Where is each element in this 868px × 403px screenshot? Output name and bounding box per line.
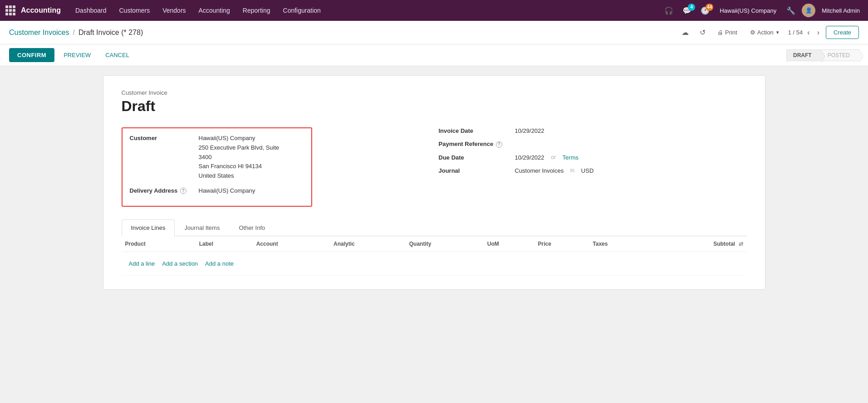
settings-icon[interactable]: 🔧: [784, 6, 798, 15]
invoice-table: Product Label Account Analytic Quantity …: [122, 236, 747, 276]
add-actions-cell: Add a line Add a section Add a note: [122, 252, 747, 276]
prev-record-button[interactable]: ‹: [804, 27, 812, 39]
breadcrumb-separator: /: [73, 29, 75, 37]
add-section-button[interactable]: Add a section: [162, 260, 198, 267]
nav-accounting[interactable]: Accounting: [193, 4, 235, 17]
refresh-icon[interactable]: ↺: [696, 25, 709, 39]
due-date-label: Due Date: [439, 154, 511, 161]
top-navigation: Accounting Dashboard Customers Vendors A…: [0, 0, 868, 21]
tabs-container: Invoice Lines Journal Items Other Info P…: [122, 219, 747, 276]
print-label: Print: [725, 29, 737, 36]
action-label: Action: [757, 29, 774, 36]
col-analytic: Analytic: [330, 236, 406, 252]
app-title[interactable]: Accounting: [21, 6, 61, 15]
due-date-value[interactable]: 10/29/2022: [515, 154, 544, 161]
tab-invoice-lines[interactable]: Invoice Lines: [122, 219, 175, 236]
journal-currency: USD: [581, 167, 593, 174]
due-date-row: Due Date 10/29/2022 or Terms: [439, 154, 747, 161]
invoice-type-label: Customer Invoice: [122, 89, 747, 96]
customer-address-line2: 3400: [199, 153, 280, 162]
main-content: Customer Invoice Draft Customer Hawaii(U…: [0, 66, 868, 401]
page-total: 54: [796, 29, 803, 36]
customer-address-line4: United States: [199, 171, 280, 181]
add-line-row: Add a line Add a section Add a note: [122, 252, 747, 276]
action-bar: CONFIRM PREVIEW CANCEL DRAFT POSTED: [0, 44, 868, 66]
create-button[interactable]: Create: [826, 26, 859, 39]
preview-button[interactable]: PREVIEW: [58, 48, 96, 62]
breadcrumb: Customer Invoices / Draft Invoice (* 278…: [9, 29, 671, 37]
payment-ref-label: Payment Reference ?: [439, 141, 511, 148]
nav-vendors[interactable]: Vendors: [157, 4, 191, 17]
tabs: Invoice Lines Journal Items Other Info: [122, 219, 747, 236]
col-quantity: Quantity: [406, 236, 484, 252]
chat-badge: 4: [688, 4, 695, 11]
app-grid-icon[interactable]: [5, 5, 15, 15]
status-posted: POSTED: [821, 49, 859, 61]
support-icon[interactable]: 🎧: [662, 5, 676, 17]
activity-icon[interactable]: 🕐 44: [698, 5, 712, 17]
next-record-button[interactable]: ›: [814, 27, 822, 39]
activity-badge: 44: [706, 4, 713, 11]
invoice-date-row: Invoice Date 10/29/2022: [439, 127, 747, 134]
col-product: Product: [122, 236, 196, 252]
confirm-button[interactable]: CONFIRM: [9, 48, 54, 62]
add-line-container: Add a line Add a section Add a note: [125, 256, 743, 272]
payment-ref-help-icon[interactable]: ?: [496, 141, 502, 148]
cancel-button[interactable]: CANCEL: [100, 48, 135, 62]
nav-reporting[interactable]: Reporting: [237, 4, 276, 17]
page-current: 1: [788, 29, 791, 36]
gear-icon: ⚙: [750, 29, 755, 36]
add-note-button[interactable]: Add a note: [205, 260, 234, 267]
customer-field-row: Customer Hawaii(US) Company 250 Executiv…: [130, 134, 304, 181]
delivery-value[interactable]: Hawaii(US) Company: [199, 186, 255, 195]
or-text: or: [548, 154, 559, 160]
status-draft: DRAFT: [786, 49, 821, 61]
add-line-button[interactable]: Add a line: [129, 260, 155, 267]
page-navigation: 1 / 54 ‹ ›: [788, 27, 822, 39]
status-bar: DRAFT POSTED: [786, 49, 859, 61]
customer-label: Customer: [130, 134, 193, 141]
table-body: Add a line Add a section Add a note: [122, 252, 747, 276]
journal-label: Journal: [439, 167, 511, 174]
tab-journal-items[interactable]: Journal Items: [175, 219, 229, 236]
delivery-field-row: Delivery Address ? Hawaii(US) Company: [130, 186, 304, 195]
nav-dashboard[interactable]: Dashboard: [70, 4, 112, 17]
invoice-date-value[interactable]: 10/29/2022: [515, 127, 544, 134]
customer-value[interactable]: Hawaii(US) Company 250 Executive Park Bl…: [199, 134, 280, 181]
print-button[interactable]: 🖨 Print: [713, 26, 742, 39]
delivery-help-icon[interactable]: ?: [180, 188, 186, 194]
invoice-status-title: Draft: [122, 98, 747, 115]
journal-value[interactable]: Customer Invoices: [515, 167, 564, 174]
customer-box: Customer Hawaii(US) Company 250 Executiv…: [122, 127, 312, 207]
nav-customers[interactable]: Customers: [114, 4, 156, 17]
action-button[interactable]: ⚙ Action ▼: [745, 26, 785, 39]
cloud-upload-icon[interactable]: ☁: [678, 25, 692, 39]
nav-configuration[interactable]: Configuration: [278, 4, 326, 17]
col-taxes: Taxes: [589, 236, 648, 252]
breadcrumb-parent[interactable]: Customer Invoices: [9, 29, 69, 37]
page-indicator: 1 / 54: [788, 29, 803, 36]
col-subtotal: Subtotal ⇄: [648, 236, 746, 252]
tab-other-info[interactable]: Other Info: [229, 219, 275, 236]
avatar[interactable]: 👤: [802, 4, 815, 17]
table-header: Product Label Account Analytic Quantity …: [122, 236, 747, 252]
user-name[interactable]: Mitchell Admin: [819, 7, 863, 14]
journal-row: Journal Customer Invoices in USD: [439, 167, 747, 174]
chevron-down-icon: ▼: [775, 30, 780, 35]
col-price: Price: [535, 236, 589, 252]
secondary-toolbar: Customer Invoices / Draft Invoice (* 278…: [0, 21, 868, 44]
customer-address-line3: San Francisco HI 94134: [199, 162, 280, 171]
delivery-label: Delivery Address ?: [130, 186, 193, 194]
left-column: Customer Hawaii(US) Company 250 Executiv…: [122, 127, 430, 207]
column-adjust-icon[interactable]: ⇄: [739, 241, 743, 247]
invoice-date-label: Invoice Date: [439, 127, 511, 134]
topbar-icons: 🎧 💬 4 🕐 44 Hawaii(US) Company 🔧 👤 Mitche…: [662, 4, 863, 17]
terms-link[interactable]: Terms: [563, 154, 579, 161]
invoice-form: Customer Invoice Draft Customer Hawaii(U…: [103, 75, 765, 290]
toolbar-right: ☁ ↺ 🖨 Print ⚙ Action ▼ 1 / 54 ‹ › Create: [678, 25, 859, 39]
status-breadcrumb: DRAFT POSTED: [786, 49, 859, 61]
chat-icon[interactable]: 💬 4: [680, 5, 694, 17]
customer-address-line1: 250 Executive Park Blvd, Suite: [199, 143, 280, 153]
col-account: Account: [253, 236, 330, 252]
company-name[interactable]: Hawaii(US) Company: [716, 7, 780, 14]
